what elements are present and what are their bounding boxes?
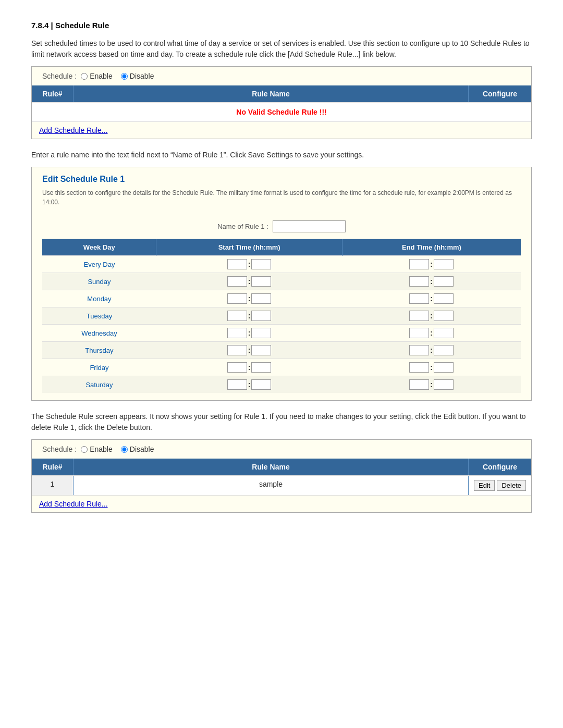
table2-col-rule-header: Rule# (32, 459, 74, 475)
start-time-cell: : (156, 342, 342, 359)
start-time-sep: : (248, 312, 251, 320)
disable-radio-label-2[interactable]: Disable (121, 445, 154, 453)
table2-rule-name: sample (74, 476, 469, 495)
weekday-row: Wednesday : : (42, 325, 521, 342)
weekday-row: Thursday : : (42, 342, 521, 359)
start-hh-input[interactable] (227, 293, 247, 304)
end-time-cell: : (342, 256, 521, 273)
disable-text-1: Disable (130, 72, 154, 80)
start-mm-input[interactable] (251, 345, 271, 355)
weekday-cell: Sunday (42, 273, 156, 290)
start-mm-input[interactable] (251, 379, 271, 390)
rule-name-label: Name of Rule 1 : (217, 223, 268, 230)
weekday-row: Saturday : : (42, 376, 521, 393)
weekday-row: Sunday : : (42, 273, 521, 290)
start-time-cell: : (156, 256, 342, 273)
weekday-cell: Friday (42, 359, 156, 376)
edit-schedule-title: Edit Schedule Rule 1 (42, 175, 521, 184)
add-schedule-rule-link-2[interactable]: Add Schedule Rule... (32, 495, 531, 512)
enable-radio-label-1[interactable]: Enable (81, 72, 113, 80)
weekday-cell: Saturday (42, 376, 156, 393)
schedule-control-row-1: Schedule : Enable Disable (32, 67, 531, 85)
start-mm-input[interactable] (251, 293, 271, 304)
end-mm-input[interactable] (434, 311, 454, 321)
end-time-cell: : (342, 290, 521, 307)
start-hh-input[interactable] (227, 362, 247, 373)
start-mm-input[interactable] (251, 328, 271, 338)
end-hh-input[interactable] (409, 345, 429, 355)
schedule-control-row-2: Schedule : Enable Disable (32, 440, 531, 459)
weekday-cell: Tuesday (42, 307, 156, 325)
intro-text: Set scheduled times to be used to contro… (31, 38, 532, 60)
enable-text-2: Enable (90, 445, 113, 453)
schedule-label-2: Schedule : (42, 445, 77, 453)
start-hh-input[interactable] (227, 276, 247, 287)
end-hh-input[interactable] (409, 311, 429, 321)
end-time-cell: : (342, 376, 521, 393)
start-time-cell: : (156, 273, 342, 290)
end-mm-input[interactable] (434, 362, 454, 373)
end-mm-input[interactable] (434, 293, 454, 304)
end-time-cell: : (342, 359, 521, 376)
rule-name-input[interactable] (273, 220, 346, 232)
enable-radio-2[interactable] (81, 446, 88, 453)
disable-radio-label-1[interactable]: Disable (121, 72, 154, 80)
page-heading: 7.8.4 | Schedule Rule (31, 21, 532, 30)
disable-radio-1[interactable] (121, 73, 128, 80)
end-hh-input[interactable] (409, 293, 429, 304)
table2-col-config-header: Configure (469, 459, 531, 475)
start-mm-input[interactable] (251, 276, 271, 287)
add-schedule-rule-link-1[interactable]: Add Schedule Rule... (32, 121, 531, 139)
weekday-cell: Thursday (42, 342, 156, 359)
start-mm-input[interactable] (251, 362, 271, 373)
schedule-label-1: Schedule : (42, 72, 77, 80)
no-rule-message: No Valid Schedule Rule !!! (32, 102, 531, 121)
enable-radio-1[interactable] (81, 73, 88, 80)
start-mm-input[interactable] (251, 311, 271, 321)
end-mm-input[interactable] (434, 276, 454, 287)
disable-radio-2[interactable] (121, 446, 128, 453)
start-time-sep: : (248, 277, 251, 286)
table1-col-name-header: Rule Name (74, 85, 469, 102)
start-hh-input[interactable] (227, 345, 247, 355)
start-time-sep: : (248, 346, 251, 354)
start-mm-input[interactable] (251, 259, 271, 269)
bottom-text: The Schedule Rule screen appears. It now… (31, 411, 532, 433)
start-time-sep: : (248, 294, 251, 303)
start-hh-input[interactable] (227, 379, 247, 390)
weekday-row: Every Day : : (42, 256, 521, 273)
start-hh-input[interactable] (227, 311, 247, 321)
start-time-sep: : (248, 380, 251, 389)
weekday-table: Week Day Start Time (hh:mm) End Time (hh… (42, 239, 521, 393)
table1-col-config-header: Configure (469, 85, 531, 102)
enable-radio-label-2[interactable]: Enable (81, 445, 113, 453)
end-hh-input[interactable] (409, 328, 429, 338)
end-time-cell: : (342, 325, 521, 342)
edit-schedule-desc: Use this section to configure the detail… (42, 188, 521, 207)
schedule-radio-group-1: Enable Disable (81, 72, 154, 80)
end-time-cell: : (342, 342, 521, 359)
schedule-table-2: Schedule : Enable Disable Rule# Rule Nam… (31, 439, 532, 513)
col-weekday-header: Week Day (42, 239, 156, 256)
end-hh-input[interactable] (409, 362, 429, 373)
start-hh-input[interactable] (227, 259, 247, 269)
edit-button[interactable]: Edit (474, 480, 495, 491)
end-hh-input[interactable] (409, 259, 429, 269)
schedule-table-1: Schedule : Enable Disable Rule# Rule Nam… (31, 66, 532, 139)
start-time-sep: : (248, 260, 251, 268)
end-mm-input[interactable] (434, 379, 454, 390)
start-time-cell: : (156, 376, 342, 393)
weekday-row: Monday : : (42, 290, 521, 307)
end-mm-input[interactable] (434, 259, 454, 269)
delete-button[interactable]: Delete (497, 480, 526, 491)
start-hh-input[interactable] (227, 328, 247, 338)
start-time-cell: : (156, 325, 342, 342)
end-hh-input[interactable] (409, 276, 429, 287)
table2-header: Rule# Rule Name Configure (32, 459, 531, 475)
end-mm-input[interactable] (434, 328, 454, 338)
table1-col-rule-header: Rule# (32, 85, 74, 102)
end-mm-input[interactable] (434, 345, 454, 355)
end-hh-input[interactable] (409, 379, 429, 390)
end-time-sep: : (430, 277, 433, 286)
start-time-sep: : (248, 363, 251, 372)
